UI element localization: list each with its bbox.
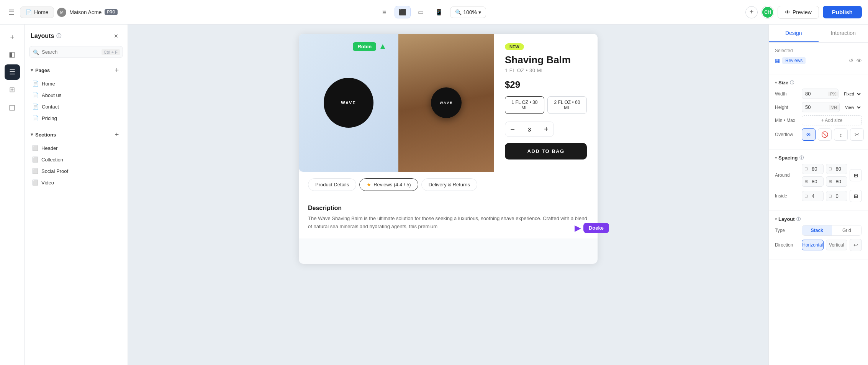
layout-label-text: Layout [778, 216, 795, 222]
zoom-button[interactable]: 🔍 100% ▾ [450, 7, 486, 18]
qty-input[interactable] [520, 126, 539, 133]
right-panel-tabs: Design Interaction [769, 25, 868, 43]
layout-stack-button[interactable]: Stack [802, 225, 832, 235]
tab-interaction[interactable]: Interaction [819, 25, 868, 42]
right-panel: Design Interaction Selected ▦ Reviews ↺ … [768, 25, 868, 365]
description-title: Description [308, 205, 588, 212]
qty-decrease-button[interactable]: − [505, 122, 520, 136]
panel-info-icon[interactable]: ⓘ [56, 33, 61, 39]
direction-wrap-button[interactable]: ↩ [850, 239, 862, 251]
section-item-label: Video [41, 180, 54, 186]
sections-add-button[interactable]: + [112, 130, 121, 139]
preview-button[interactable]: 👁 Preview [778, 6, 819, 19]
around-value-1[interactable] [810, 164, 823, 174]
variant-button-1[interactable]: 1 FL OZ • 30 ML [505, 96, 544, 114]
product-detail-right: NEW Shaving Balm 1 FL OZ • 30 ML $29 1 F… [494, 34, 598, 172]
layout-info-icon[interactable]: ⓘ [796, 216, 801, 222]
around-value-3[interactable] [810, 177, 823, 186]
around-link-button[interactable]: ⊞ [850, 169, 862, 181]
inside-value-2[interactable] [834, 191, 847, 201]
size-info-icon[interactable]: ⓘ [790, 80, 794, 85]
page-item-label: About us [42, 92, 61, 98]
device-desktop-button[interactable]: 🖥 [377, 6, 391, 18]
overflow-scroll-button[interactable]: ↕ [834, 128, 848, 141]
section-item-collection[interactable]: ⬜ Collection [29, 154, 123, 165]
device-tablet-v-button[interactable]: ▭ [414, 6, 428, 18]
pages-section-header[interactable]: ▾ Pages + [29, 62, 123, 78]
spacing-section-header: ▾ Spacing ⓘ [775, 155, 862, 161]
inside-value-1[interactable] [810, 191, 823, 201]
inside-input-1: ⊟ [802, 191, 824, 201]
tab-delivery[interactable]: Delivery & Returns [421, 178, 477, 191]
spacing-info-icon[interactable]: ⓘ [799, 155, 804, 161]
product-hand-image: WAVE [398, 34, 494, 172]
width-mode-select[interactable]: Fixed [841, 89, 862, 99]
section-item-header[interactable]: ⬜ Header [29, 142, 123, 154]
direction-vertical-button[interactable]: Vertical [826, 240, 848, 250]
width-input[interactable] [802, 89, 828, 99]
page-icon: 📄 [32, 92, 39, 98]
add-to-bag-button[interactable]: ADD TO BAG [505, 143, 587, 159]
wave-jar-text: WAVE [341, 100, 356, 105]
around-input-4: ⊟ [826, 176, 848, 187]
selected-visibility-button[interactable]: 👁 [857, 58, 862, 64]
overflow-clip-button[interactable]: ✂ [850, 128, 864, 141]
publish-button[interactable]: Publish [823, 6, 862, 18]
add-size-button[interactable]: + Add size [802, 115, 862, 125]
device-mobile-button[interactable]: 📱 [431, 6, 447, 18]
tab-product-details[interactable]: Product Details [308, 178, 356, 191]
selected-reset-button[interactable]: ↺ [849, 58, 853, 64]
layout-grid-button[interactable]: Grid [832, 225, 862, 235]
page-tab-icon: 📄 [26, 9, 32, 15]
direction-horizontal-button[interactable]: Horizontal [802, 240, 824, 250]
panel-title: Layouts ⓘ [31, 33, 61, 39]
page-item-contact[interactable]: 📄 Contact [29, 101, 123, 112]
page-tab[interactable]: 📄 Home [20, 7, 54, 18]
page-item-label: Home [42, 81, 55, 87]
add-collaborator-button[interactable]: + [745, 6, 758, 18]
height-input[interactable] [802, 102, 829, 112]
rail-add-button[interactable]: ＋ [5, 29, 20, 44]
device-tablet-button[interactable]: ⬛ [395, 6, 411, 18]
direction-buttons: Horizontal Vertical [802, 240, 847, 250]
around-value-4[interactable] [834, 177, 847, 186]
inside-row: Inside ⊟ ⊟ ⊞ [775, 190, 862, 202]
qty-increase-button[interactable]: + [539, 122, 554, 136]
product-image-center: WAVE [398, 34, 494, 172]
around-input-3: ⊟ [802, 176, 824, 187]
sections-section-header[interactable]: ▾ Sections + [29, 127, 123, 142]
sections-group: ▾ Sections + ⬜ Header ⬜ Collection ⬜ Soc… [25, 127, 128, 191]
inside-link-button[interactable]: ⊞ [850, 190, 862, 202]
overflow-visible-button[interactable]: 👁 [802, 128, 816, 141]
rail-components-button[interactable]: ⊞ [5, 82, 20, 97]
variant-button-2[interactable]: 2 FL OZ • 60 ML [547, 96, 587, 114]
height-mode-select[interactable]: View [842, 103, 862, 112]
selected-section: Selected ▦ Reviews ↺ 👁 [769, 43, 868, 74]
spacing-label-text: Spacing [778, 155, 798, 161]
hamburger-button[interactable]: ☰ [6, 6, 17, 19]
tab-design[interactable]: Design [769, 25, 819, 42]
section-item-social-proof[interactable]: ⬜ Social Proof [29, 165, 123, 177]
size-section-header: ▾ Size ⓘ [775, 80, 862, 85]
zoom-chevron: ▾ [478, 9, 481, 15]
overflow-hidden-button[interactable]: 🚫 [818, 128, 832, 141]
pages-add-button[interactable]: + [112, 66, 121, 75]
section-item-label: Collection [41, 157, 63, 163]
around-value-2[interactable] [834, 164, 847, 174]
page-item-pricing[interactable]: 📄 Pricing [29, 112, 123, 124]
page-icon: 📄 [32, 104, 39, 110]
page-item-about[interactable]: 📄 About us [29, 89, 123, 101]
rail-layers-button[interactable]: ◧ [5, 47, 20, 62]
rail-assets-button[interactable]: ◫ [5, 100, 20, 115]
rail-pages-button[interactable]: ☰ [5, 64, 20, 80]
cursor-doeke-arrow: ▶ [575, 223, 581, 233]
page-item-home[interactable]: 📄 Home [29, 78, 123, 89]
section-item-video[interactable]: ⬜ Video [29, 177, 123, 188]
tab-reviews[interactable]: ★ Reviews (4.4 / 5) [359, 178, 418, 191]
product-section: Robin ▲ WAVE WAVE [299, 34, 598, 172]
section-icon: ⬜ [32, 156, 38, 163]
variant-buttons: 1 FL OZ • 30 ML 2 FL OZ • 60 ML [505, 96, 587, 114]
product-jar: WAVE [324, 78, 373, 128]
panel-close-button[interactable]: × [111, 31, 121, 41]
size-label-text: Size [778, 80, 788, 85]
